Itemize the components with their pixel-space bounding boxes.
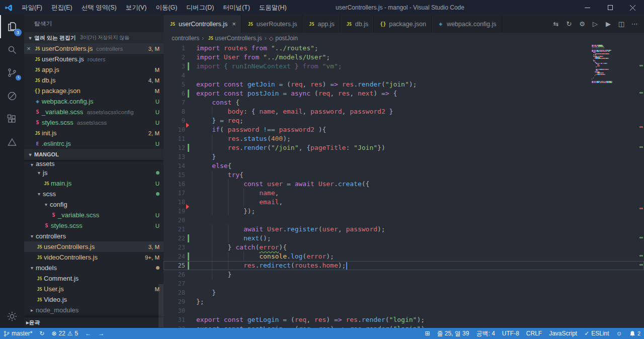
tree-file-userControllers.js[interactable]: JSuserControllers.js3, M <box>24 241 164 252</box>
tree-folder-js[interactable]: ▾js <box>24 167 164 178</box>
code-line-7[interactable]: 7 const { <box>164 98 644 107</box>
language-mode[interactable]: JavaScript <box>545 328 581 339</box>
code-line-23[interactable]: 23 } catch(error){ <box>164 243 644 252</box>
code-line-19[interactable]: 19 }); <box>164 207 644 216</box>
open-editor-row[interactable]: JSuserRouters.jsrouters <box>24 54 164 64</box>
sidebar-scrollbar[interactable] <box>158 284 164 327</box>
tree-file-_variable.scss[interactable]: S_variable.scssU <box>24 210 164 220</box>
sync-icon[interactable]: ↻ <box>562 20 576 28</box>
tab-db.js[interactable]: JSdb.js <box>340 15 374 33</box>
encoding-status[interactable]: UTF-8 <box>499 328 523 339</box>
open-editor-row[interactable]: {}package.jsonM <box>24 86 164 96</box>
code-line-5[interactable]: 5export const getJoin = (req, res) => re… <box>164 80 644 89</box>
run-icon[interactable]: ▶ <box>602 20 615 28</box>
code-line-8[interactable]: 8 body: { name, email, password, passwor… <box>164 107 644 116</box>
breadcrumb-item-postJoin[interactable]: ◇postJoin <box>269 35 298 42</box>
tab-userControllers.js[interactable]: JSuserControllers.js× <box>164 15 242 33</box>
settings-gear-icon[interactable]: ⚙ <box>576 20 589 28</box>
code-line-21[interactable]: 21 await User.register(user, password); <box>164 225 644 234</box>
extensions-icon[interactable] <box>0 108 24 131</box>
code-line-10[interactable]: 10 if( password !== password2 ){ <box>164 125 644 134</box>
code-line-3[interactable]: 3import { runInNewContext } from "vm"; <box>164 62 644 71</box>
tab-userRouters.js[interactable]: JSuserRouters.js <box>242 15 303 33</box>
feedback-smiley-icon[interactable]: ☺ <box>613 328 626 339</box>
tree-folder-node_modules[interactable]: ▸node_modules <box>24 305 164 315</box>
nav-back-icon[interactable]: ← <box>82 328 95 339</box>
code-line-9[interactable]: 9 } = req; <box>164 116 644 125</box>
close-tab-icon[interactable]: × <box>232 20 236 28</box>
menu-도움말(H)[interactable]: 도움말(H) <box>255 0 291 15</box>
code-line-14[interactable]: 14 else{ <box>164 161 644 171</box>
problems-status[interactable]: ⊗ 22 ⚠ 5 <box>48 328 82 339</box>
eol-status[interactable]: CRLF <box>523 328 545 339</box>
open-editor-row[interactable]: E.eslintrc.jsU <box>24 138 164 149</box>
tab-package.json[interactable]: {}package.json <box>374 15 432 33</box>
code-line-24[interactable]: 24 console.log(error); <box>164 252 644 261</box>
more-actions-icon[interactable]: ⋯ <box>628 20 641 28</box>
tree-folder-controllers[interactable]: ▾controllers <box>24 231 164 241</box>
code-line-25[interactable]: 25 res.redirect(routes.home); <box>164 261 644 270</box>
tab-webpack.config.js[interactable]: ◈webpack.config.js <box>432 15 502 33</box>
explorer-icon[interactable]: 3 <box>0 15 24 38</box>
menu-터미널(T)[interactable]: 터미널(T) <box>218 0 254 15</box>
menu-파일(F)[interactable]: 파일(F) <box>17 0 47 15</box>
menu-편집(E)[interactable]: 편집(E) <box>47 0 77 15</box>
search-icon[interactable] <box>0 38 24 61</box>
tree-file-main.js[interactable]: JSmain.jsU <box>24 178 164 189</box>
code-line-4[interactable]: 4 <box>164 71 644 80</box>
cursor-position[interactable]: 줄 25, 열 39 <box>433 328 472 339</box>
settings-gear-icon[interactable] <box>0 305 24 328</box>
code-editor[interactable]: 1import routes from "../routes";2import … <box>164 44 644 328</box>
tab-app.js[interactable]: JSapp.js <box>302 15 340 33</box>
tree-file-videoControllers.js[interactable]: JSvideoControllers.js9+, M <box>24 252 164 263</box>
eslint-status[interactable]: ✓ ESLint <box>581 328 612 339</box>
maximize-icon[interactable] <box>599 0 621 15</box>
code-line-2[interactable]: 2import User from "../models/User"; <box>164 53 644 62</box>
tree-file-Video.js[interactable]: JSVideo.js <box>24 294 164 305</box>
code-line-32[interactable]: 32export const postLogin = (req, res) =>… <box>164 324 644 328</box>
code-line-6[interactable]: 6export const postJoin = async (req, res… <box>164 89 644 98</box>
breadcrumb-item-userControllers.js[interactable]: JSuserControllers.js <box>206 35 262 42</box>
close-window-icon[interactable] <box>621 0 644 15</box>
open-editors-header[interactable]: ▾ 열려 있는 편집기 3이(가) 저장되지 않음 <box>24 32 164 43</box>
screencast-icon[interactable]: ⊞ <box>421 328 433 339</box>
menu-선택 영역(S)[interactable]: 선택 영역(S) <box>77 0 121 15</box>
code-line-16[interactable]: 16 const user = await User.create({ <box>164 180 644 189</box>
debug-icon[interactable] <box>0 84 24 108</box>
tree-file-User.js[interactable]: JSUser.jsM <box>24 284 164 294</box>
tree-folder-models[interactable]: ▾models <box>24 263 164 273</box>
notifications-bell[interactable]: 2 <box>626 328 644 339</box>
code-line-1[interactable]: 1import routes from "../routes"; <box>164 44 644 53</box>
deploy-triangle-icon[interactable] <box>0 131 24 154</box>
open-editor-row[interactable]: JSinit.js2, M <box>24 128 164 138</box>
open-editor-row[interactable]: Sstyles.scssassets\scssU <box>24 117 164 128</box>
split-editor-icon[interactable]: ◫ <box>615 20 628 28</box>
code-line-29[interactable]: 29}; <box>164 297 644 306</box>
nav-forward-icon[interactable]: → <box>95 328 108 339</box>
code-line-31[interactable]: 31export const getLogin = (req, res) => … <box>164 315 644 324</box>
menu-보기(V)[interactable]: 보기(V) <box>121 0 151 15</box>
source-control-icon[interactable] <box>0 61 24 84</box>
code-line-27[interactable]: 27 <box>164 279 644 288</box>
open-editor-row[interactable]: ×JSuserControllers.jscontrollers3, M <box>24 43 164 54</box>
minimize-icon[interactable] <box>576 0 599 15</box>
indentation-status[interactable]: 공백: 4 <box>472 328 498 339</box>
close-editor-icon[interactable]: × <box>24 45 33 52</box>
open-editor-row[interactable]: S_variable.scssassets\scss\configU <box>24 107 164 117</box>
open-editor-row[interactable]: JSapp.jsM <box>24 64 164 75</box>
code-line-18[interactable]: 18 email, <box>164 198 644 207</box>
run-code-icon[interactable]: ▷ <box>589 20 602 28</box>
sync-status[interactable]: ↻ <box>36 328 48 339</box>
tree-folder-scss[interactable]: ▾scss <box>24 189 164 199</box>
code-line-13[interactable]: 13 } <box>164 152 644 161</box>
code-line-12[interactable]: 12 res.render("/join", {pageTitle: "Join… <box>164 143 644 152</box>
open-editor-row[interactable]: ◈webpack.config.jsU <box>24 96 164 107</box>
git-branch-status[interactable]: master* <box>0 328 36 339</box>
code-line-30[interactable]: 30 <box>164 306 644 315</box>
code-line-26[interactable]: 26 } <box>164 270 644 279</box>
menu-디버그(D)[interactable]: 디버그(D) <box>182 0 219 15</box>
project-section-header[interactable]: ▾ MANGOL <box>24 149 164 160</box>
tree-file-Comment.js[interactable]: JSComment.js <box>24 273 164 284</box>
code-line-20[interactable]: 20 <box>164 216 644 225</box>
tree-file-styles.scss[interactable]: Sstyles.scssU <box>24 220 164 231</box>
